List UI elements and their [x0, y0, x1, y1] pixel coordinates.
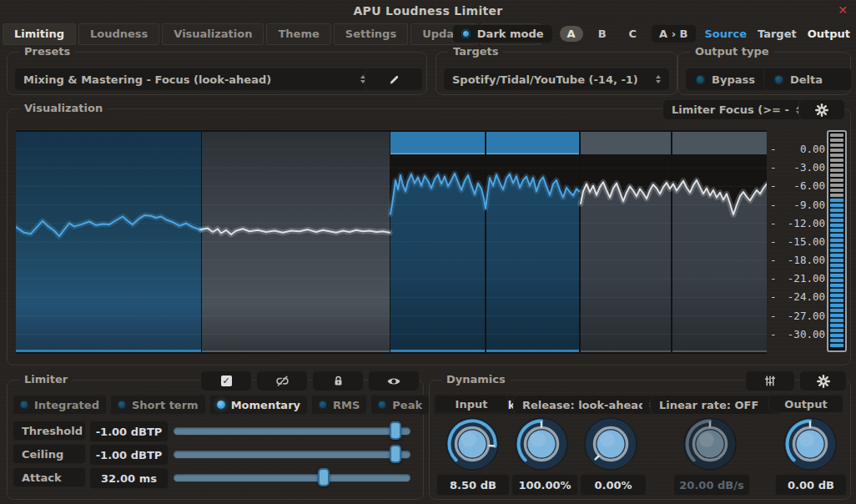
- plugin-window: APU Loudness Limiter ✕ Limiting Loudness…: [0, 0, 856, 504]
- dynamics-output-label: Output: [768, 395, 843, 413]
- slider-track[interactable]: [174, 474, 410, 481]
- slider-handle[interactable]: [318, 468, 330, 486]
- dynamics-settings-button[interactable]: [799, 370, 847, 391]
- attack-value[interactable]: 32.00 ms: [89, 467, 169, 489]
- scale-label: --12.00: [770, 217, 825, 229]
- radio-icon: [319, 401, 327, 409]
- loudness-history-chart: [16, 130, 767, 354]
- tab-limiting[interactable]: Limiting: [3, 23, 76, 45]
- close-button[interactable]: ✕: [838, 3, 848, 17]
- radio-icon: [20, 401, 28, 409]
- eye-icon: [386, 375, 401, 387]
- checkbox-checked-icon: ✓: [221, 375, 232, 386]
- mode-momentary[interactable]: Momentary: [209, 395, 308, 415]
- snapshot-c-button[interactable]: C: [622, 26, 645, 42]
- slider-handle[interactable]: [390, 445, 401, 463]
- linear-rate-select[interactable]: Linear rate: OFF: [650, 395, 783, 415]
- db-scale: -0.00--3.00--6.00--9.00--12.00--15.00--1…: [770, 130, 825, 354]
- dynamics-input-label: Input: [435, 395, 508, 413]
- output-gain-knob[interactable]: [783, 416, 838, 471]
- scale-label: --24.00: [770, 290, 825, 303]
- knee-value[interactable]: 0.00%: [580, 474, 647, 496]
- scale-label: --21.00: [770, 272, 825, 285]
- delta-radio-icon: [774, 75, 783, 84]
- threshold-slider[interactable]: [174, 421, 410, 441]
- view-target-button[interactable]: Target: [756, 26, 798, 42]
- tabbar: Limiting Loudness Visualization Theme Se…: [0, 23, 856, 45]
- delta-toggle[interactable]: Delta: [763, 68, 852, 91]
- snapshot-b-button[interactable]: B: [591, 26, 614, 42]
- attack-slider[interactable]: [174, 467, 410, 487]
- scale-label: --30.00: [770, 328, 825, 340]
- linear-rate-value[interactable]: 20.00 dB/s: [673, 474, 750, 496]
- tab-visualization[interactable]: Visualization: [162, 23, 264, 45]
- release-amount-knob[interactable]: [514, 416, 569, 471]
- view-source-button[interactable]: Source: [703, 26, 748, 42]
- gear-icon: [817, 375, 830, 388]
- preset-edit-button[interactable]: [365, 68, 423, 91]
- threshold-row: Threshold -1.00 dBTP: [8, 421, 423, 441]
- output-gain-value[interactable]: 0.00 dB: [775, 474, 847, 496]
- scale-label: --18.00: [770, 254, 825, 266]
- dynamics-panel: Dynamics: [429, 380, 851, 500]
- slider-track[interactable]: [174, 451, 410, 458]
- titlebar: APU Loudness Limiter ✕: [0, 0, 856, 22]
- mode-short-term[interactable]: Short term: [110, 395, 206, 415]
- radio-icon: [217, 401, 225, 409]
- slider-track[interactable]: [174, 427, 410, 435]
- target-select[interactable]: Spotify/Tidal/YouTube (-14, -1): [443, 68, 670, 91]
- ceiling-row: Ceiling -1.00 dBTP: [8, 444, 423, 464]
- limiter-enable-button[interactable]: ✓: [200, 370, 252, 391]
- scale-label: --3.00: [770, 161, 825, 174]
- release-amount-value[interactable]: 100.00%: [511, 474, 578, 496]
- knee-knob[interactable]: [583, 416, 638, 471]
- sliders-icon: [763, 375, 777, 387]
- input-gain-knob[interactable]: [445, 416, 500, 471]
- release-select[interactable]: Release: look-ahead: [513, 395, 663, 415]
- targets-panel: Targets Spotify/Tidal/YouTube (-14, -1): [436, 52, 677, 95]
- ceiling-value[interactable]: -1.00 dBTP: [89, 444, 169, 466]
- dynamics-toolbar: [745, 370, 847, 391]
- limiter-toolbar: ✓: [200, 370, 420, 391]
- slider-handle[interactable]: [390, 421, 401, 440]
- tab-loudness[interactable]: Loudness: [78, 23, 159, 45]
- threshold-label: Threshold: [13, 421, 86, 441]
- loudness-mode-group: Integrated Short term Momentary RMS Peak…: [13, 395, 418, 415]
- output-type-panel: Output type Bypass Delta: [677, 52, 851, 95]
- pencil-icon: [388, 73, 400, 86]
- linear-rate-knob[interactable]: [682, 416, 738, 471]
- tab-settings[interactable]: Settings: [334, 23, 408, 45]
- dynamics-legend: Dynamics: [441, 373, 511, 386]
- bypass-radio-icon: [696, 75, 705, 84]
- presets-panel: Presets Mixing & Mastering - Focus (look…: [7, 52, 427, 95]
- limiter-visibility-button[interactable]: [368, 370, 420, 391]
- viz-settings-button[interactable]: [798, 99, 845, 120]
- input-gain-value[interactable]: 8.50 dB: [436, 474, 510, 496]
- copy-a-to-b-button[interactable]: A › B: [652, 25, 695, 43]
- dark-mode-toggle[interactable]: Dark mode: [453, 25, 552, 43]
- viz-focus-select[interactable]: Limiter Focus (>= -30): [662, 99, 810, 120]
- limiter-unlink-button[interactable]: [256, 370, 308, 391]
- dynamics-mixer-button[interactable]: [745, 370, 795, 391]
- tab-theme[interactable]: Theme: [266, 23, 330, 45]
- snapshot-a-button[interactable]: A: [560, 26, 583, 42]
- chart-canvas: [16, 130, 767, 354]
- threshold-value[interactable]: -1.00 dBTP: [89, 421, 169, 442]
- ceiling-label: Ceiling: [13, 444, 86, 464]
- limiter-lock-button[interactable]: [312, 370, 364, 391]
- scale-label: --6.00: [770, 179, 825, 192]
- preset-select[interactable]: Mixing & Mastering - Focus (look-ahead): [14, 68, 375, 91]
- mode-peak[interactable]: Peak: [370, 395, 430, 415]
- limiter-panel: Limiter ✓: [7, 380, 424, 500]
- level-meter: [827, 130, 847, 352]
- radio-icon: [118, 401, 126, 409]
- link-off-icon: [275, 374, 290, 388]
- ceiling-slider[interactable]: [174, 444, 410, 464]
- bypass-toggle[interactable]: Bypass: [685, 68, 770, 91]
- mode-integrated[interactable]: Integrated: [13, 395, 107, 415]
- radio-icon: [378, 401, 386, 409]
- view-output-button[interactable]: Output: [806, 26, 852, 42]
- attack-row: Attack 32.00 ms: [8, 467, 423, 487]
- visualization-legend: Visualization: [19, 102, 108, 114]
- mode-rms[interactable]: RMS: [311, 395, 367, 415]
